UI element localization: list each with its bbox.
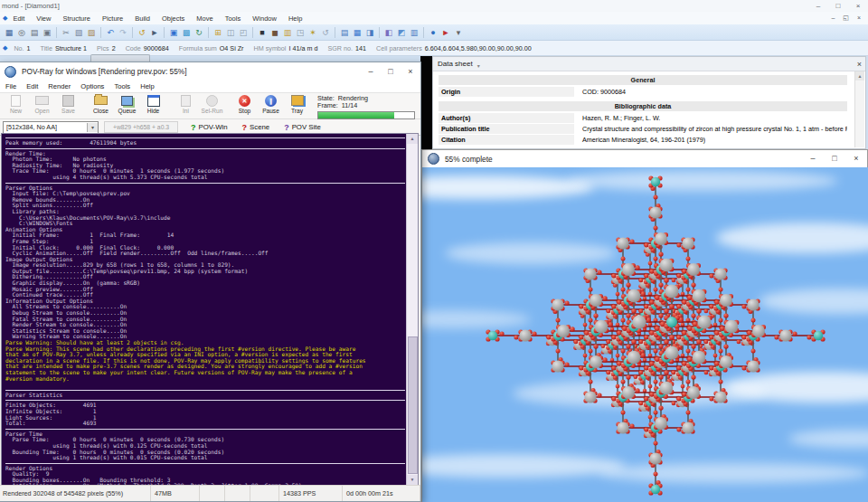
structure-field-value: O4 Si Zr [220, 44, 244, 52]
status-cell: 47MB [151, 486, 200, 501]
menu-item-view[interactable]: View [36, 14, 51, 23]
console-output: Peak memory used: 47611904 bytesRender T… [5, 136, 405, 486]
povray-console[interactable]: Peak memory used: 47611904 bytesRender T… [1, 133, 419, 486]
render-minimize-icon[interactable]: – [802, 150, 824, 167]
close-icon[interactable]: × [848, 0, 868, 12]
cascade-icon[interactable]: ◳ [294, 25, 307, 40]
menu-item-window[interactable]: Window [252, 14, 277, 23]
picture-gallery-icon[interactable]: ▩ [180, 25, 193, 40]
povray-close-icon[interactable]: × [401, 62, 420, 81]
history-icon[interactable]: ↺ [136, 25, 148, 40]
minimize-icon[interactable]: – [808, 0, 828, 12]
mdi-restore-icon[interactable]: ◱ [843, 14, 849, 22]
povray-menu-render[interactable]: Render [48, 82, 71, 90]
povray-menu-edit[interactable]: Edit [26, 82, 38, 90]
datasheet-title: Data sheet [438, 60, 473, 68]
help-link-pov-site[interactable]: ?POV Site [284, 123, 321, 132]
search-icon[interactable]: ◎ [15, 25, 28, 40]
menu-item-move[interactable]: Move [196, 14, 212, 23]
chart-b-icon[interactable]: ◩ [395, 25, 408, 40]
povray-menu-help[interactable]: Help [140, 82, 155, 90]
console-section-divider [5, 183, 405, 184]
mdi-minimize-icon[interactable]: – [831, 14, 835, 22]
povray-menu-options[interactable]: Options [80, 82, 104, 90]
panel-icon[interactable]: ◨ [363, 25, 376, 40]
render-mode-icon[interactable]: ■ [256, 25, 269, 40]
tray-button[interactable]: Tray [284, 94, 310, 114]
print-icon[interactable]: ▣ [41, 25, 53, 40]
more-icon[interactable]: ▾ [452, 25, 465, 40]
chart-a-icon[interactable]: ◧ [382, 25, 395, 40]
menu-item-structure[interactable]: Structure [62, 14, 90, 23]
datasheet-row-value: American Mineralogist, 64, 196-201 (1979… [574, 136, 705, 144]
save-icon[interactable]: ▦ [3, 25, 15, 40]
render-preview-window: 55% complete – □ × [421, 149, 868, 502]
print-preview-icon[interactable]: ▤ [28, 25, 41, 40]
mdi-close-icon[interactable]: × [857, 14, 861, 22]
scroll-up-icon[interactable]: ▲ [407, 134, 418, 144]
update-icon[interactable]: ↺ [319, 25, 332, 40]
datasheet-titlebar[interactable]: Data sheet ▾ × [433, 57, 865, 71]
console-section-divider [5, 148, 405, 149]
paste-icon[interactable]: ▨ [85, 25, 98, 40]
sheet-icon[interactable]: ▥ [408, 25, 420, 40]
pointer-icon[interactable]: ► [148, 25, 161, 40]
close-label: Close [88, 108, 114, 114]
render-options-field[interactable]: +w829 +h658 + a0.3 [104, 121, 178, 133]
datasheet-close-icon[interactable]: × [857, 60, 862, 69]
povray-titlebar[interactable]: POV-Ray for Windows [Rendering prev.pov:… [0, 62, 420, 81]
menu-item-build[interactable]: Build [135, 14, 150, 23]
status-cell: 0d 00h 00m 21s [343, 486, 420, 501]
menu-item-tools[interactable]: Tools [225, 14, 241, 23]
maximize-icon[interactable]: □ [828, 0, 848, 12]
rotate-icon[interactable]: ↻ [193, 25, 205, 40]
resolution-dropdown[interactable]: [512x384, No AA] ▾ [3, 121, 99, 134]
render-window-titlebar[interactable]: 55% complete – □ × [422, 150, 867, 167]
add-atoms-icon[interactable]: ⊞ [212, 25, 224, 40]
render-maximize-icon[interactable]: □ [824, 150, 845, 167]
open-glyph [35, 96, 49, 105]
povray-menu-tools[interactable]: Tools [114, 82, 130, 90]
cut-icon[interactable]: ✂ [60, 25, 72, 40]
povray-menu-file[interactable]: File [5, 82, 16, 90]
datasheet-menu-icon[interactable]: ▾ [477, 62, 480, 69]
run-icon[interactable]: ► [439, 25, 452, 40]
pause-glyph: ∥ [265, 95, 277, 107]
datasheet-scrollbar[interactable]: ▲ [854, 71, 864, 147]
queue-button[interactable]: Queue [114, 94, 140, 114]
povray-maximize-icon[interactable]: □ [381, 62, 401, 81]
help-link-scene[interactable]: ?Scene [242, 123, 270, 132]
scroll-down-icon[interactable]: ▼ [407, 475, 418, 485]
render-close-icon[interactable]: × [845, 150, 867, 167]
console-scrollbar[interactable]: ▲ ▼ [406, 134, 418, 485]
undo-icon[interactable]: ↶ [104, 25, 117, 40]
console-line: using 4 thread(s) with 5.373 CPU-seconds… [5, 175, 405, 181]
stop-button[interactable]: ✕Stop [231, 94, 258, 114]
new-picture-icon[interactable]: ▣ [167, 25, 180, 40]
copy-icon[interactable]: ▧ [72, 25, 85, 40]
grow-icon[interactable]: ◰ [237, 25, 250, 40]
redo-icon[interactable]: ↷ [117, 25, 129, 40]
table-icon[interactable]: ▤ [338, 25, 351, 40]
layout-icon[interactable]: ▥ [281, 25, 294, 40]
datasheet-panel: Data sheet ▾ × GeneralOriginCOD: 9000684… [432, 56, 866, 149]
globe-icon[interactable]: ● [427, 25, 439, 40]
menu-item-edit[interactable]: Edit [13, 14, 24, 23]
connect-icon[interactable]: ◫ [224, 25, 237, 40]
settings-icon[interactable]: ✶ [307, 25, 319, 40]
datasheet-scroll-up-icon[interactable]: ▲ [855, 71, 864, 81]
povray-minimize-icon[interactable]: – [361, 62, 381, 81]
help-link-pov-win[interactable]: ?POV-Win [191, 123, 228, 132]
pause-button[interactable]: ∥Pause [258, 94, 284, 114]
console-section-divider [5, 429, 405, 430]
sel-run-label: Sel-Run [199, 108, 225, 114]
close-button[interactable]: Close [88, 94, 114, 114]
background-icon[interactable]: ◼ [269, 25, 281, 40]
structure-field-label: Pics [97, 44, 109, 52]
data-brick-icon[interactable]: ▦ [351, 25, 363, 40]
menu-item-help[interactable]: Help [288, 14, 302, 23]
scrollbar-thumb[interactable] [408, 336, 418, 474]
menu-item-objects[interactable]: Objects [162, 14, 184, 23]
hide-button[interactable]: Hide [140, 94, 166, 114]
menu-item-picture[interactable]: Picture [102, 14, 123, 23]
